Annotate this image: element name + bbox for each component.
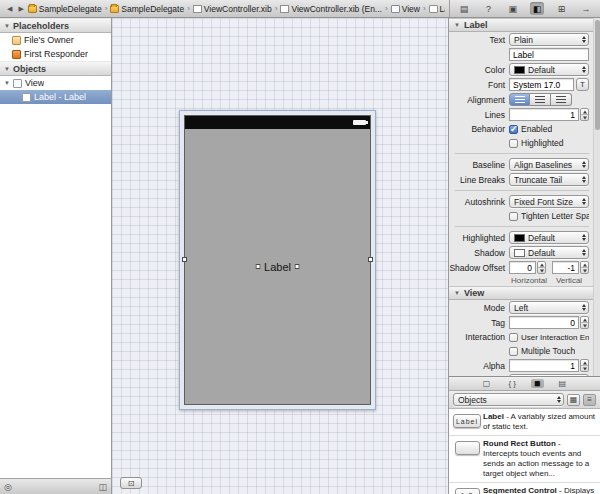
resize-handle-left[interactable] (255, 264, 260, 269)
highlighted-checkbox[interactable] (509, 139, 518, 148)
objects-section-header[interactable]: ▼ Objects (0, 61, 111, 76)
baseline-popup[interactable]: Align Baselines (509, 158, 589, 171)
view-object-icon (13, 79, 22, 88)
identity-inspector-icon[interactable]: ▣ (506, 2, 520, 15)
document-outline-toggle[interactable]: ⊡ (120, 477, 142, 489)
breadcrumb-item-label[interactable]: Label - Label (428, 4, 445, 14)
user-interaction-checkbox[interactable] (509, 333, 518, 342)
autoshrink-popup[interactable]: Fixed Font Size (509, 195, 589, 208)
alpha-field[interactable] (509, 359, 579, 372)
divider (455, 153, 589, 154)
text-style-popup[interactable]: Plain (509, 33, 589, 46)
view-surface[interactable]: Label (185, 129, 370, 404)
font-picker-button[interactable]: T (576, 78, 589, 91)
attributes-inspector-icon[interactable]: ◧ (530, 2, 544, 15)
filter-button[interactable]: ◎ (4, 482, 12, 492)
file-templates-icon[interactable]: ▢ (480, 379, 494, 388)
align-right-segment[interactable] (551, 93, 572, 106)
alpha-row: Alpha (449, 358, 593, 373)
breadcrumb-separator: › (383, 4, 390, 13)
grid-view-toggle[interactable]: ▦ (567, 394, 580, 406)
tag-stepper[interactable] (580, 316, 589, 329)
objects-library-icon[interactable]: ◼ (531, 379, 544, 388)
library-pane: ▢ { } ◼ ▤ Objects ▦ ≡ Label Label - A va… (449, 376, 600, 494)
library-item-round-rect-button[interactable]: Round Rect Button - Intercepts touch eve… (449, 436, 600, 483)
view-resize-handle-left[interactable] (182, 257, 187, 262)
interaction-row-1: Interaction User Interaction Enabled (449, 330, 593, 344)
label-icon (429, 5, 438, 13)
list-view-toggle[interactable]: ≡ (583, 394, 596, 406)
placeholders-section-header[interactable]: ▼ Placeholders (0, 18, 111, 33)
breadcrumb-item-localization[interactable]: ViewController.xib (En... (279, 4, 383, 14)
shadow-offset-vertical-field[interactable] (552, 261, 579, 274)
popup-arrows-icon (582, 234, 586, 241)
size-inspector-icon[interactable]: ⊞ (555, 2, 569, 15)
interface-builder-canvas[interactable]: Label ⊡ (112, 18, 449, 494)
color-popup[interactable]: Default (509, 63, 589, 76)
breadcrumb-item-view[interactable]: View (390, 4, 421, 14)
resize-handle-right[interactable] (295, 264, 300, 269)
shadow-offset-row: Shadow Offset (449, 260, 593, 275)
label-section-header[interactable]: ▼ Label (449, 18, 593, 32)
line-breaks-popup[interactable]: Truncate Tail (509, 173, 589, 186)
media-library-icon[interactable]: ▤ (556, 379, 570, 388)
selected-label-control[interactable]: Label (257, 260, 298, 274)
popup-arrows-icon (557, 396, 561, 403)
shadow-offset-horizontal-stepper[interactable] (537, 261, 546, 274)
shadow-offset-vertical-stepper[interactable] (580, 261, 589, 274)
file-inspector-icon[interactable]: ▤ (457, 2, 471, 15)
folder-icon (110, 5, 119, 13)
library-scope-popup[interactable]: Objects (453, 393, 564, 406)
quick-help-inspector-icon[interactable]: ? (481, 2, 495, 15)
breadcrumb-item-file[interactable]: ViewController.xib (192, 4, 273, 14)
disclosure-icon: ▼ (454, 290, 460, 296)
sidebar-item-view[interactable]: ▼ View (0, 76, 111, 90)
enabled-checkbox[interactable] (509, 125, 518, 134)
label-text: Label (264, 261, 291, 273)
shadow-offset-horizontal-field[interactable] (509, 261, 536, 274)
first-responder-cube-icon (12, 50, 21, 59)
connections-inspector-icon[interactable]: → (579, 2, 593, 15)
shadow-color-popup[interactable]: Default (509, 246, 589, 259)
sidebar-item-files-owner[interactable]: File's Owner (0, 33, 111, 47)
font-field[interactable] (509, 78, 574, 91)
back-button[interactable]: ◀ (4, 5, 15, 13)
popup-arrows-icon (582, 36, 586, 43)
align-left-segment[interactable] (509, 93, 530, 106)
button-chip-icon (455, 441, 480, 455)
lines-stepper[interactable] (580, 108, 589, 121)
view-resize-handle-right[interactable] (368, 257, 373, 262)
alpha-stepper[interactable] (580, 359, 589, 372)
breadcrumb-item-group[interactable]: SampleDelegate (109, 4, 185, 14)
dock-toggle-icon[interactable]: ◫ (98, 482, 107, 492)
popup-arrows-icon (582, 198, 586, 205)
tighten-letter-spacing-checkbox[interactable] (509, 212, 518, 221)
inspector-scrollbar[interactable] (593, 18, 600, 376)
mode-popup[interactable]: Left (509, 301, 589, 314)
divider (455, 190, 589, 191)
lines-field[interactable] (509, 108, 579, 121)
shadow-color-row: Shadow Default (449, 245, 593, 260)
breadcrumb-separator: › (185, 4, 192, 13)
label-chip-icon: Label (453, 414, 481, 428)
code-snippets-icon[interactable]: { } (505, 379, 519, 388)
breadcrumb-separator: › (421, 4, 428, 13)
label-text-field[interactable] (509, 48, 589, 61)
iphone-view[interactable]: Label (184, 115, 371, 405)
files-owner-cube-icon (12, 36, 21, 45)
forward-button[interactable]: ▶ (15, 5, 26, 13)
view-section-header[interactable]: ▼ View (449, 286, 593, 300)
library-item-segmented-control[interactable]: 1 2 Segmented Control - Displays multipl… (449, 483, 600, 494)
view-editor-window[interactable]: Label (179, 110, 376, 410)
disclosure-icon[interactable]: ▼ (4, 80, 10, 86)
breadcrumb-item-project[interactable]: SampleDelegate (27, 4, 103, 14)
align-center-segment[interactable] (530, 93, 551, 106)
library-item-label[interactable]: Label Label - A variably sized amount of… (449, 409, 600, 436)
sidebar-item-first-responder[interactable]: First Responder (0, 47, 111, 61)
disclosure-icon: ▼ (4, 23, 10, 29)
scrollbar-thumb[interactable] (595, 20, 600, 130)
sidebar-item-label[interactable]: Label - Label (0, 90, 111, 104)
highlighted-color-popup[interactable]: Default (509, 231, 589, 244)
tag-field[interactable] (509, 316, 579, 329)
multiple-touch-checkbox[interactable] (509, 347, 518, 356)
